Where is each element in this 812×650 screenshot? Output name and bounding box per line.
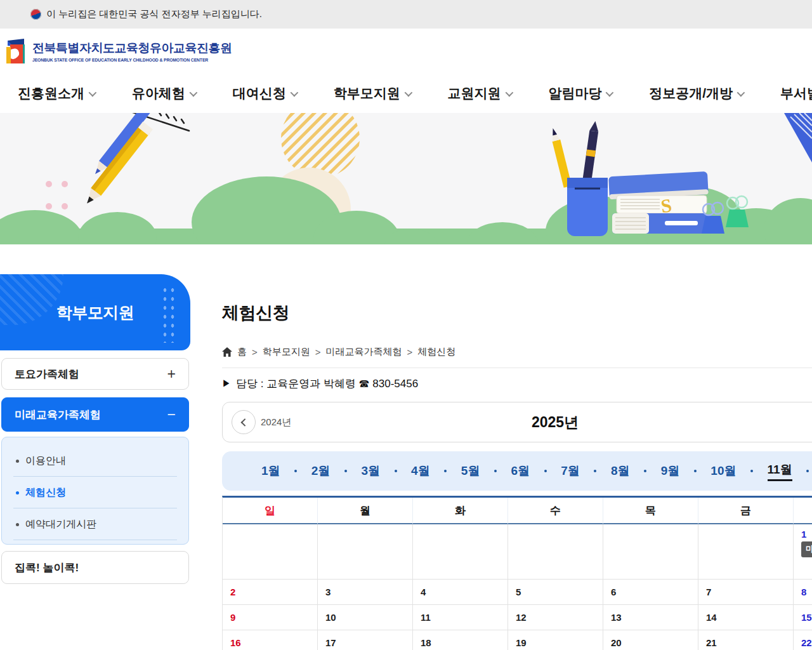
tab-month-2[interactable]: 2월	[311, 463, 331, 479]
nav-item-info-disclosure[interactable]: 정보공개/개방	[649, 84, 743, 102]
calendar-cell[interactable]: 11	[413, 605, 508, 630]
calendar-cell[interactable]	[318, 524, 413, 580]
tab-month-1[interactable]: 1월	[261, 463, 280, 479]
site-header: 전북특별자치도교육청유아교육진흥원 JEONBUK STATE OFFICE O…	[0, 29, 812, 74]
submenu-item-apply[interactable]: 체험신청	[13, 477, 177, 508]
site-name-en: JEONBUK STATE OFFICE OF EDUCATION EARLY …	[32, 58, 232, 62]
day-header-mon: 월	[318, 498, 413, 524]
calendar-cell[interactable]: 21	[698, 630, 794, 650]
calendar-cell[interactable]: 18	[413, 630, 508, 650]
dot-separator	[494, 470, 497, 472]
sidebar-item-future-family[interactable]: 미래교육가족체험 −	[1, 397, 189, 432]
sidebar-item-jipkok[interactable]: 집콕! 놀이콕!	[1, 551, 189, 584]
site-name: 전북특별자치도교육청유아교육진흥원	[32, 40, 232, 56]
bullet-icon	[16, 460, 19, 463]
calendar-cell[interactable]: 8	[794, 580, 812, 605]
day-header-fri: 금	[698, 498, 794, 524]
nav-item-dept-archive[interactable]: 부서별자료실	[780, 84, 812, 102]
calendar-week-row: 9 10 11 12 13 14 15	[223, 605, 812, 630]
sidebar-submenu: 이용안내 체험신청 예약대기게시판	[1, 437, 189, 545]
tab-month-5[interactable]: 5월	[461, 463, 480, 479]
bullet-icon	[16, 491, 19, 494]
tab-month-9[interactable]: 9월	[661, 463, 680, 479]
breadcrumb-home[interactable]: 홈	[237, 346, 247, 358]
calendar-cell[interactable]: 5	[508, 580, 603, 605]
tab-month-11-active[interactable]: 11월	[768, 461, 792, 481]
bullet-icon	[16, 523, 19, 526]
chevron-down-icon	[505, 88, 513, 96]
calendar-cell[interactable]: 10	[318, 605, 413, 630]
calendar-cell[interactable]: 17	[318, 630, 413, 650]
dot-separator	[806, 470, 809, 472]
month-tabs: 1월 2월 3월 4월 5월 6월 7월 8월 9월 10월 11월 12월	[222, 451, 812, 491]
calendar-cell[interactable]: 4	[413, 580, 508, 605]
calendar-cell[interactable]: 20	[603, 630, 698, 650]
tab-month-3[interactable]: 3월	[361, 463, 380, 479]
calendar-cell[interactable]: 2	[223, 580, 318, 605]
manager-info: ▶ 담당 : 교육운영과 박혜령 ☎ 830-5456	[222, 376, 812, 391]
tab-month-4[interactable]: 4월	[411, 463, 430, 479]
global-nav: 진흥원소개 유아체험 대여신청 학부모지원 교원지원 알림마당 정보공개/개방 …	[0, 74, 812, 113]
chevron-down-icon	[737, 88, 745, 96]
calendar: 일 월 화 수 목 금 토 1 마감 2	[222, 496, 812, 650]
dot-separator	[594, 470, 596, 472]
chevron-down-icon	[404, 88, 412, 96]
gov-official-text: 이 누리집은 대한민국 공식 전자정부 누리집입니다.	[46, 8, 262, 20]
calendar-cell[interactable]: 7	[698, 580, 794, 605]
page-title: 체험신청	[222, 302, 812, 324]
hero-banner: S 퀵메뉴	[0, 113, 812, 244]
sidebar-title: 학부모지원	[56, 302, 134, 323]
banner-illustration: S	[0, 113, 812, 244]
calendar-cell[interactable]	[603, 524, 698, 580]
nav-item-parent-support[interactable]: 학부모지원	[334, 84, 410, 102]
dot-separator	[344, 470, 347, 472]
sidebar-title-card: 학부모지원	[0, 274, 190, 350]
site-logo-icon	[5, 38, 28, 65]
calendar-cell[interactable]	[413, 524, 508, 580]
calendar-cell[interactable]: 14	[698, 605, 794, 630]
nav-item-teacher-support[interactable]: 교원지원	[448, 84, 511, 102]
nav-item-rental[interactable]: 대여신청	[233, 84, 296, 102]
calendar-cell-nov-1[interactable]: 1 마감	[794, 524, 812, 580]
calendar-cell[interactable]	[698, 524, 794, 580]
submenu-item-guide[interactable]: 이용안내	[13, 445, 177, 477]
calendar-cell[interactable]: 13	[603, 605, 698, 630]
tab-month-6[interactable]: 6월	[511, 463, 530, 479]
minus-icon: −	[167, 408, 176, 422]
calendar-cell[interactable]	[223, 524, 318, 580]
tab-month-10[interactable]: 10월	[710, 463, 736, 479]
submenu-item-waitlist[interactable]: 예약대기게시판	[13, 508, 177, 540]
calendar-cell[interactable]	[508, 524, 603, 580]
calendar-cell[interactable]: 19	[508, 630, 603, 650]
date-number: 1	[801, 529, 812, 540]
dot-separator	[694, 470, 697, 472]
dot-separator	[444, 470, 447, 472]
gov-official-bar: 이 누리집은 대한민국 공식 전자정부 누리집입니다.	[0, 0, 812, 29]
chevron-down-icon	[89, 88, 97, 96]
nav-item-news[interactable]: 알림마당	[548, 84, 612, 102]
calendar-week-row: 16 17 18 19 20 21 22	[223, 630, 812, 650]
site-logo[interactable]: 전북특별자치도교육청유아교육진흥원 JEONBUK STATE OFFICE O…	[5, 38, 232, 65]
nav-item-intro[interactable]: 진흥원소개	[18, 84, 95, 102]
calendar-cell[interactable]: 9	[223, 605, 318, 630]
chevron-down-icon	[189, 88, 197, 96]
calendar-cell[interactable]: 22	[794, 630, 812, 650]
sidebar-item-saturday-family[interactable]: 토요가족체험 +	[1, 358, 189, 390]
tab-month-8[interactable]: 8월	[611, 463, 630, 479]
day-header-sun: 일	[223, 498, 318, 524]
calendar-cell[interactable]: 3	[318, 580, 413, 605]
dot-separator	[395, 470, 397, 472]
calendar-cell[interactable]: 15	[794, 605, 812, 630]
breadcrumb-parent-support[interactable]: 학부모지원	[263, 346, 310, 358]
calendar-cell[interactable]: 6	[603, 580, 698, 605]
day-header-tue: 화	[413, 498, 508, 524]
calendar-cell[interactable]: 16	[223, 630, 318, 650]
tab-month-7[interactable]: 7월	[561, 463, 580, 479]
breadcrumb-future-family[interactable]: 미래교육가족체험	[326, 346, 402, 358]
calendar-week-row: 2 3 4 5 6 7 8	[223, 580, 812, 605]
status-badge-closed: 마감	[801, 541, 812, 557]
dot-separator	[750, 470, 753, 472]
calendar-cell[interactable]: 12	[508, 605, 603, 630]
manager-text: 담당 : 교육운영과 박혜령 ☎ 830-5456	[236, 376, 418, 391]
nav-item-child-experience[interactable]: 유아체험	[132, 84, 195, 102]
